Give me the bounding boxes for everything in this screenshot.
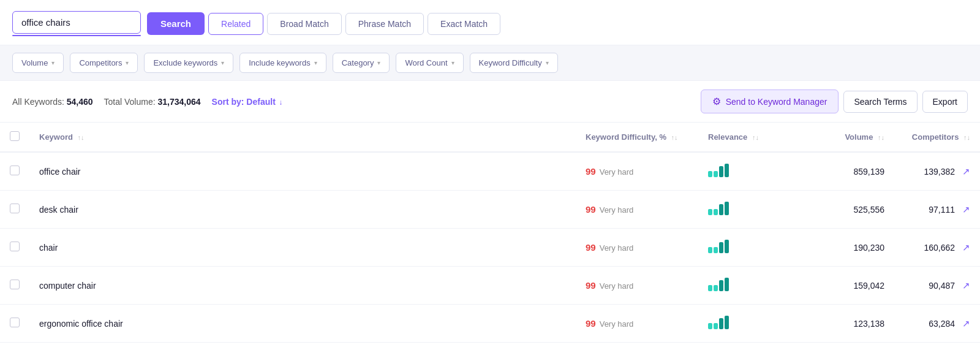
keyword-manager-label: Send to Keyword Manager bbox=[726, 97, 827, 107]
filter-include[interactable]: Include keywords ▾ bbox=[239, 53, 326, 73]
filter-word-count-label: Word Count bbox=[405, 58, 447, 67]
row-checkbox[interactable] bbox=[10, 204, 20, 213]
header-volume[interactable]: Volume ↑↓ bbox=[809, 123, 894, 152]
sort-kd-icon[interactable]: ↑↓ bbox=[671, 134, 678, 141]
sort-relevance-icon[interactable]: ↑↓ bbox=[752, 134, 759, 141]
row-checkbox[interactable] bbox=[10, 318, 20, 327]
keyword-table: Keyword ↑↓ Keyword Difficulty, % ↑↓ Rele… bbox=[0, 123, 980, 343]
header-relevance[interactable]: Relevance ↑↓ bbox=[698, 123, 809, 152]
relevance-bar bbox=[725, 240, 729, 253]
row-volume: 123,138 bbox=[809, 305, 894, 343]
search-terms-button[interactable]: Search Terms bbox=[843, 91, 917, 113]
kd-label: Very hard bbox=[600, 205, 634, 215]
row-relevance bbox=[698, 305, 809, 343]
relevance-bar bbox=[708, 171, 712, 177]
table-row: desk chair99Very hard525,55697,111 ↗ bbox=[0, 191, 980, 229]
external-link-icon[interactable]: ↗ bbox=[962, 318, 970, 329]
tab-exact-match[interactable]: Exact Match bbox=[428, 13, 500, 35]
search-button[interactable]: Search bbox=[147, 12, 205, 35]
header-keyword[interactable]: Keyword ↑↓ bbox=[29, 123, 576, 152]
filter-competitors-label: Competitors bbox=[79, 58, 122, 67]
filter-volume[interactable]: Volume ▾ bbox=[12, 53, 64, 73]
row-keyword: ergonomic office chair bbox=[29, 305, 576, 343]
chevron-down-icon: ▾ bbox=[451, 59, 454, 66]
row-kd: 99Very hard bbox=[576, 305, 698, 343]
relevance-bars bbox=[708, 278, 729, 291]
filter-exclude[interactable]: Exclude keywords ▾ bbox=[144, 53, 233, 73]
filter-kd-label: Keyword Difficulty bbox=[479, 58, 542, 67]
tab-phrase-match[interactable]: Phrase Match bbox=[345, 13, 424, 35]
chevron-down-icon: ▾ bbox=[221, 59, 224, 66]
filter-kd[interactable]: Keyword Difficulty ▾ bbox=[470, 53, 558, 73]
kd-value: 99 bbox=[586, 242, 596, 253]
keyword-table-wrap: Keyword ↑↓ Keyword Difficulty, % ↑↓ Rele… bbox=[0, 123, 980, 343]
relevance-bar bbox=[719, 166, 723, 177]
relevance-bar bbox=[708, 209, 712, 215]
external-link-icon[interactable]: ↗ bbox=[962, 204, 970, 215]
relevance-bar bbox=[708, 323, 712, 329]
table-row: computer chair99Very hard159,04290,487 ↗ bbox=[0, 267, 980, 305]
filter-word-count[interactable]: Word Count ▾ bbox=[396, 53, 463, 73]
table-body: office chair99Very hard859,139139,382 ↗d… bbox=[0, 152, 980, 343]
header-kd[interactable]: Keyword Difficulty, % ↑↓ bbox=[576, 123, 698, 152]
row-checkbox[interactable] bbox=[10, 242, 20, 251]
row-competitors: 139,382 ↗ bbox=[894, 152, 980, 191]
chevron-down-icon: ▾ bbox=[314, 59, 317, 66]
relevance-bar bbox=[719, 204, 723, 215]
row-checkbox[interactable] bbox=[10, 166, 20, 175]
row-volume: 859,139 bbox=[809, 152, 894, 191]
kd-label: Very hard bbox=[600, 319, 634, 329]
chevron-down-icon: ▾ bbox=[126, 59, 129, 66]
table-row: office chair99Very hard859,139139,382 ↗ bbox=[0, 152, 980, 191]
row-volume: 190,230 bbox=[809, 229, 894, 267]
tab-related[interactable]: Related bbox=[208, 13, 263, 35]
row-checkbox-cell bbox=[0, 152, 29, 191]
total-volume-value: 31,734,064 bbox=[157, 97, 200, 107]
search-input[interactable]: office chairs bbox=[12, 11, 141, 34]
sort-volume-icon[interactable]: ↑↓ bbox=[878, 134, 884, 141]
filter-category-label: Category bbox=[342, 58, 374, 67]
filter-volume-label: Volume bbox=[21, 58, 48, 67]
stats-bar: All Keywords: 54,460 Total Volume: 31,73… bbox=[0, 81, 980, 123]
kd-value: 99 bbox=[586, 318, 596, 329]
export-button[interactable]: Export bbox=[922, 91, 968, 113]
all-keywords-stat: All Keywords: 54,460 bbox=[12, 97, 93, 107]
row-checkbox-cell bbox=[0, 267, 29, 305]
tab-broad-match[interactable]: Broad Match bbox=[267, 13, 341, 35]
row-checkbox-cell bbox=[0, 191, 29, 229]
filter-include-label: Include keywords bbox=[249, 58, 310, 67]
search-underline bbox=[12, 35, 141, 36]
external-link-icon[interactable]: ↗ bbox=[962, 280, 970, 291]
filter-category[interactable]: Category ▾ bbox=[333, 53, 390, 73]
relevance-bars bbox=[708, 164, 729, 177]
sort-competitors-icon[interactable]: ↑↓ bbox=[963, 134, 970, 141]
kd-value: 99 bbox=[586, 280, 596, 291]
keyword-manager-icon: ⚙ bbox=[712, 96, 721, 107]
relevance-bar bbox=[714, 285, 718, 291]
table-header-row: Keyword ↑↓ Keyword Difficulty, % ↑↓ Rele… bbox=[0, 123, 980, 152]
row-kd: 99Very hard bbox=[576, 267, 698, 305]
row-checkbox[interactable] bbox=[10, 280, 20, 289]
send-to-keyword-manager-button[interactable]: ⚙ Send to Keyword Manager bbox=[701, 90, 839, 113]
external-link-icon[interactable]: ↗ bbox=[962, 242, 970, 253]
row-relevance bbox=[698, 229, 809, 267]
filter-competitors[interactable]: Competitors ▾ bbox=[70, 53, 138, 73]
sort-value[interactable]: Default bbox=[246, 97, 275, 107]
relevance-bars bbox=[708, 202, 729, 215]
kd-value: 99 bbox=[586, 204, 596, 215]
all-keywords-value: 54,460 bbox=[67, 97, 93, 107]
sort-keyword-icon[interactable]: ↑↓ bbox=[78, 134, 85, 141]
sort-arrow-icon: ↓ bbox=[277, 98, 282, 107]
header-checkbox[interactable] bbox=[0, 123, 29, 152]
filter-bar: Volume ▾ Competitors ▾ Exclude keywords … bbox=[0, 45, 980, 81]
row-kd: 99Very hard bbox=[576, 229, 698, 267]
header-competitors[interactable]: Competitors ↑↓ bbox=[894, 123, 980, 152]
select-all-checkbox[interactable] bbox=[10, 131, 20, 141]
row-relevance bbox=[698, 191, 809, 229]
external-link-icon[interactable]: ↗ bbox=[962, 166, 970, 177]
relevance-bars bbox=[708, 240, 729, 253]
relevance-bar bbox=[714, 247, 718, 253]
relevance-bar bbox=[708, 285, 712, 291]
relevance-bar bbox=[719, 280, 723, 291]
total-volume-stat: Total Volume: 31,734,064 bbox=[104, 97, 201, 107]
